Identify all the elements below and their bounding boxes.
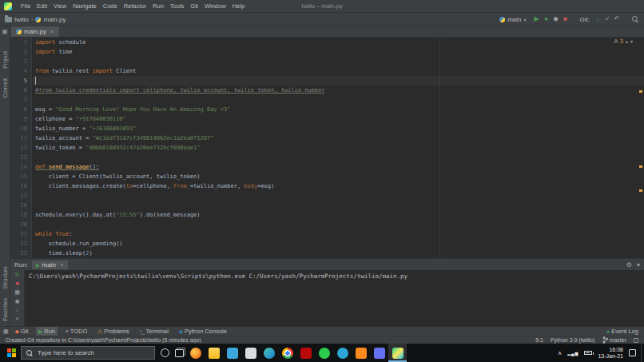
code-area[interactable]: import scheduleimport timefrom twilio.re…	[32, 38, 644, 258]
tool-windows-icon[interactable]: ▦	[3, 328, 9, 335]
warning-stripe-mark[interactable]	[639, 90, 642, 93]
code-line-23[interactable]: time.sleep(2)	[32, 249, 644, 258]
taskbar-microsoft-store-icon[interactable]	[223, 344, 241, 362]
taskbar-pycharm-icon[interactable]	[388, 344, 407, 362]
line-number[interactable]: 16	[10, 181, 27, 191]
show-desktop-button[interactable]	[641, 344, 644, 362]
status-widget-icon[interactable]	[634, 338, 638, 343]
taskbar-firefox-icon[interactable]	[186, 344, 205, 362]
taskbar-whatsapp-icon[interactable]	[315, 344, 333, 362]
scroll-to-end-icon[interactable]: ↓	[12, 307, 23, 313]
tool-button-run[interactable]: ▶Run	[36, 327, 58, 336]
rollback-icon[interactable]: ↶	[612, 15, 622, 23]
line-number[interactable]: 5	[10, 76, 27, 86]
interpreter-selector[interactable]: Python 3.9 (twilio)	[551, 337, 595, 343]
code-line-7[interactable]	[32, 95, 644, 105]
prev-problem-icon[interactable]: ▴	[626, 38, 628, 44]
menu-window[interactable]: Window	[201, 1, 229, 11]
line-number[interactable]: 18	[10, 201, 27, 210]
menu-view[interactable]: View	[50, 1, 70, 11]
line-number[interactable]: 23	[10, 249, 27, 258]
task-view-button[interactable]	[175, 349, 184, 357]
code-line-9[interactable]: cellphone = "+917840038110"	[32, 114, 644, 124]
code-line-21[interactable]: while True:	[32, 229, 644, 239]
taskbar-file-explorer-icon[interactable]	[205, 344, 223, 362]
taskbar-discord-icon[interactable]	[370, 344, 388, 362]
line-number[interactable]: 14	[10, 162, 27, 172]
breadcrumb-project[interactable]: twilio	[14, 16, 29, 23]
tab-main-py[interactable]: main.py ×	[11, 26, 59, 37]
code-line-3[interactable]	[32, 57, 644, 66]
tool-button-todo[interactable]: ≡TODO	[63, 327, 89, 336]
menu-navigate[interactable]: Navigate	[70, 1, 100, 11]
code-line-20[interactable]	[32, 220, 644, 229]
inspections-widget[interactable]: A 3 ▴ ▾	[614, 38, 633, 44]
line-number[interactable]: 6	[10, 86, 27, 95]
menu-git[interactable]: Git	[187, 1, 201, 11]
line-number[interactable]: 7	[10, 95, 27, 105]
taskbar-netflix-icon[interactable]	[296, 344, 315, 362]
next-problem-icon[interactable]: ▾	[630, 38, 633, 44]
stop-icon[interactable]: ■	[561, 15, 570, 23]
network-icon[interactable]: ▂▄▆	[567, 351, 578, 356]
line-number[interactable]: 4	[10, 66, 27, 76]
git-branch-widget[interactable]: master	[602, 336, 626, 344]
breadcrumb-file[interactable]: main.py	[43, 16, 66, 23]
line-number[interactable]: 22	[10, 239, 27, 249]
hidden-icons-chevron[interactable]: ∧	[558, 350, 562, 356]
line-number[interactable]: 12	[10, 143, 27, 153]
run-tab-main[interactable]: ▶ main ×	[32, 261, 68, 269]
taskbar-mail-icon[interactable]	[241, 344, 260, 362]
debug-icon[interactable]: ●	[542, 15, 551, 23]
code-line-15[interactable]: client = Client(twilio_account, twilio_t…	[32, 172, 644, 181]
cortana-button[interactable]	[161, 348, 169, 357]
line-number[interactable]: 3	[10, 57, 27, 66]
commit-icon[interactable]: ✓	[602, 15, 612, 23]
code-line-11[interactable]: twilio_account = "AC1bdf31d7cf349814862e…	[32, 133, 644, 143]
run-config-selector[interactable]: main ▾	[497, 15, 528, 24]
pin-tab-icon[interactable]: ◉	[12, 298, 23, 304]
code-line-5[interactable]	[32, 76, 644, 86]
line-number[interactable]: 21	[10, 229, 27, 239]
taskbar-clock[interactable]: 16:08 13-Jan-21	[598, 347, 623, 360]
warning-stripe-mark[interactable]	[639, 165, 642, 168]
sidebar-item-commit[interactable]: Commit	[2, 78, 8, 97]
search-everywhere-icon[interactable]	[631, 15, 639, 23]
run-console[interactable]: C:\Users\yash\PycharmProjects\twilio\ven…	[25, 270, 644, 327]
menu-tools[interactable]: Tools	[167, 1, 188, 11]
code-line-13[interactable]	[32, 153, 644, 162]
tool-button-problems[interactable]: ⚠Problems	[95, 327, 132, 336]
clear-console-icon[interactable]: ×	[12, 316, 23, 322]
action-center-icon[interactable]	[629, 349, 636, 356]
code-line-22[interactable]: schedule.run_pending()	[32, 239, 644, 249]
line-number[interactable]: 17	[10, 191, 27, 201]
close-icon[interactable]: ×	[60, 261, 64, 269]
line-number[interactable]: 13	[10, 153, 27, 162]
battery-icon[interactable]	[584, 351, 592, 355]
rerun-icon[interactable]: ↻	[12, 272, 23, 278]
update-project-icon[interactable]: ↓	[593, 15, 602, 23]
tool-button-event-log[interactable]: ●Event Log	[604, 327, 641, 336]
code-line-4[interactable]: from twilio.rest import Client	[32, 66, 644, 76]
menu-edit[interactable]: Edit	[34, 1, 50, 11]
settings-gear-icon[interactable]: ⚙	[626, 261, 632, 269]
code-line-6[interactable]: #from twilio_credentials import cellphon…	[32, 86, 644, 95]
line-number[interactable]: 2	[10, 47, 27, 57]
line-number[interactable]: 11	[10, 133, 27, 143]
line-number[interactable]: 20	[10, 220, 27, 229]
tool-button-python-console[interactable]: ◈Python Console	[177, 327, 229, 336]
taskbar-chrome-icon[interactable]	[278, 344, 296, 362]
warning-stripe-mark[interactable]	[639, 189, 642, 192]
menu-file[interactable]: File	[18, 1, 34, 11]
taskbar-microsoft-edge-icon[interactable]	[260, 344, 278, 362]
code-line-18[interactable]	[32, 201, 644, 210]
code-line-17[interactable]	[32, 191, 644, 201]
run-icon[interactable]: ▶	[532, 15, 542, 23]
coverage-icon[interactable]: ◆	[551, 15, 561, 23]
code-line-8[interactable]: msg = "Good Morning Love! Hope You Have …	[32, 105, 644, 114]
sidebar-item-project[interactable]: Project	[2, 51, 8, 69]
line-number[interactable]: 19	[10, 210, 27, 220]
caret-position[interactable]: 5:1	[535, 337, 543, 343]
code-line-10[interactable]: twilio_number = "+16106801093"	[32, 124, 644, 133]
line-number[interactable]: 1	[10, 38, 27, 47]
